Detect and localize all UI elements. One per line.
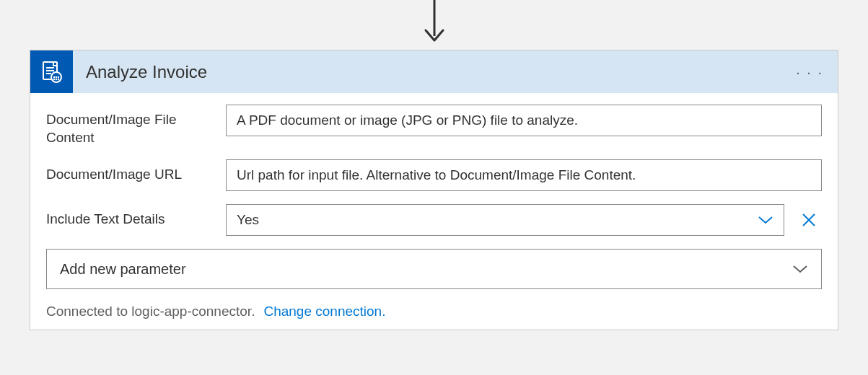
url-input[interactable] (226, 159, 822, 191)
flow-arrow-icon (420, 0, 449, 45)
field-label: Document/Image File Content (46, 105, 226, 146)
card-body: Document/Image File Content Document/Ima… (30, 93, 838, 330)
close-icon (800, 211, 817, 229)
add-parameter-dropdown[interactable]: Add new parameter (46, 249, 822, 289)
field-label: Document/Image URL (46, 159, 226, 184)
ellipsis-icon[interactable]: · · · (796, 65, 823, 79)
connection-footer: Connected to logic-app-connector. Change… (46, 304, 822, 319)
field-row-file-content: Document/Image File Content (46, 105, 822, 146)
svg-point-7 (55, 76, 56, 77)
form-recognizer-icon (30, 50, 73, 93)
card-title: Analyze Invoice (86, 62, 207, 82)
card-header[interactable]: Analyze Invoice · · · (30, 50, 838, 93)
svg-point-9 (53, 78, 54, 79)
field-label: Include Text Details (46, 204, 226, 229)
svg-point-6 (53, 76, 54, 77)
add-param-label: Add new parameter (60, 261, 186, 278)
connected-status: Connected to logic-app-connector. (46, 304, 255, 319)
add-param-row: Add new parameter (46, 249, 822, 289)
svg-point-10 (55, 78, 56, 79)
field-row-url: Document/Image URL (46, 159, 822, 191)
svg-point-11 (57, 78, 58, 79)
action-card: Analyze Invoice · · · Document/Image Fil… (30, 50, 838, 330)
file-content-input[interactable] (226, 105, 822, 136)
svg-point-8 (57, 76, 58, 77)
chevron-down-icon (758, 212, 773, 228)
chevron-down-icon (792, 261, 808, 277)
select-value: Yes (237, 212, 259, 228)
change-connection-link[interactable]: Change connection. (263, 304, 385, 319)
clear-field-button[interactable] (796, 207, 822, 233)
field-row-include-text: Include Text Details Yes (46, 204, 822, 236)
include-text-select[interactable]: Yes (226, 204, 784, 236)
